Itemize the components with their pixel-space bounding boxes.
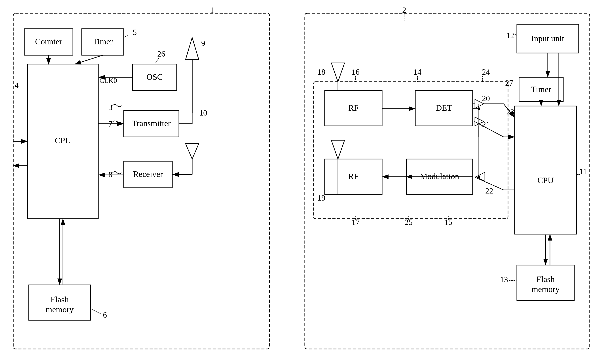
svg-line-5 xyxy=(124,35,128,37)
ref9: 9 xyxy=(201,39,205,48)
svg-line-7 xyxy=(92,309,101,314)
osc-label: OSC xyxy=(146,72,163,82)
flash-memory-label-1b: memory xyxy=(46,305,74,314)
ref13: 13 xyxy=(500,275,508,284)
rf-top-label: RF xyxy=(348,103,359,112)
flash-memory-label-2b: memory xyxy=(532,284,560,294)
ref12: 12 xyxy=(506,31,514,40)
antenna9 xyxy=(186,37,199,60)
ref24: 24 xyxy=(482,68,490,76)
ref27: 27 xyxy=(505,79,513,87)
ref22: 22 xyxy=(485,187,493,195)
ref20: 20 xyxy=(482,94,490,103)
flash-memory-label-1: Flash xyxy=(51,295,69,304)
cpu-box-2 xyxy=(515,106,577,234)
ref6: 6 xyxy=(103,311,107,319)
cpu-label-2: CPU xyxy=(537,176,554,185)
flash-memory-label-2a: Flash xyxy=(536,275,555,284)
timer-to-cpu-arrow xyxy=(75,55,103,64)
ref4: 4 xyxy=(15,81,19,90)
ref26: 26 xyxy=(157,49,165,58)
antenna18 xyxy=(331,63,345,82)
ref10: 10 xyxy=(199,108,207,117)
antenna8 xyxy=(186,143,199,159)
ref14: 14 xyxy=(414,68,421,76)
junction-det xyxy=(477,107,480,110)
counter-label: Counter xyxy=(35,37,62,46)
transmitter-label: Transmitter xyxy=(132,119,171,128)
timer-label-2: Timer xyxy=(531,85,551,94)
cpu-label-1: CPU xyxy=(55,136,71,145)
ref18: 18 xyxy=(317,68,325,76)
svg-line-8 xyxy=(155,58,159,64)
ref3: 3 xyxy=(108,103,112,112)
input-unit-label: Input unit xyxy=(532,34,564,43)
clk0-label: CLK0 xyxy=(99,76,117,84)
ref19: 19 xyxy=(317,193,325,202)
det-label: DET xyxy=(436,103,452,112)
diagram: 1 Counter Timer 5 4 CPU OSC Transmitter … xyxy=(0,0,603,364)
receiver-label: Receiver xyxy=(133,169,163,179)
ref5: 5 xyxy=(133,28,137,37)
ref16: 16 xyxy=(352,68,359,76)
antenna19 xyxy=(331,140,345,159)
modulation-label: Modulation xyxy=(420,172,459,181)
ref11: 11 xyxy=(579,167,587,176)
timer-label-1: Timer xyxy=(93,37,113,46)
rf-bottom-label: RF xyxy=(348,172,359,181)
